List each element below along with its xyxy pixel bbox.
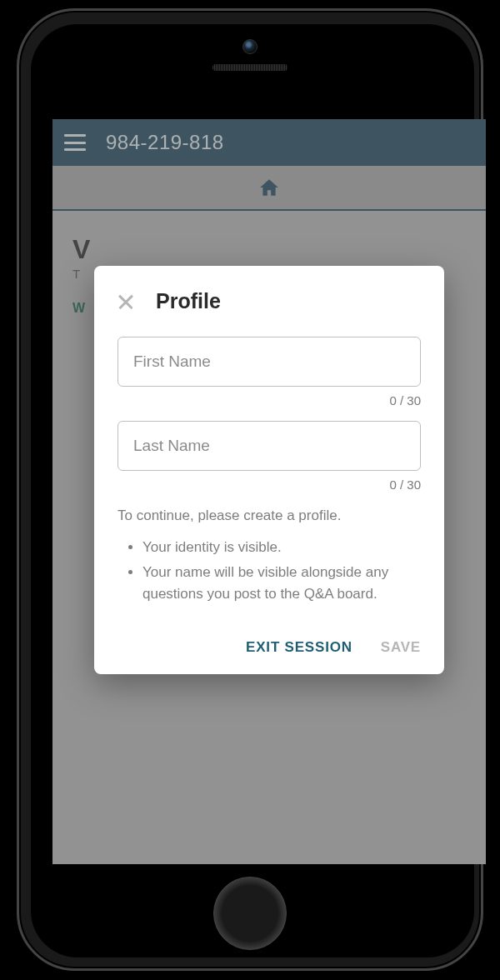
phone-frame: 984-219-818 V T W Profile 0 / 30 xyxy=(17,8,483,971)
last-name-counter: 0 / 30 xyxy=(118,478,421,492)
device-home-button[interactable] xyxy=(213,877,287,950)
save-button[interactable]: SAVE xyxy=(381,639,421,656)
device-speaker-grille xyxy=(212,64,288,71)
list-item: Your name will be visible alongside any … xyxy=(142,562,421,606)
first-name-counter: 0 / 30 xyxy=(118,393,421,408)
device-camera xyxy=(242,39,258,54)
exit-session-button[interactable]: EXIT SESSION xyxy=(246,639,352,656)
modal-header: Profile xyxy=(118,289,421,313)
first-name-input[interactable] xyxy=(118,337,421,387)
first-name-field-wrapper xyxy=(118,337,421,387)
profile-info-text: To continue, please create a profile. xyxy=(118,505,421,527)
modal-title: Profile xyxy=(156,289,221,313)
close-icon[interactable] xyxy=(118,293,134,310)
last-name-field-wrapper xyxy=(118,421,421,471)
last-name-input[interactable] xyxy=(118,421,421,471)
device-screen: 984-219-818 V T W Profile 0 / 30 xyxy=(52,119,486,864)
modal-actions: EXIT SESSION SAVE xyxy=(118,639,421,656)
profile-info-list: Your identity is visible. Your name will… xyxy=(118,537,421,606)
list-item: Your identity is visible. xyxy=(142,537,421,558)
profile-modal: Profile 0 / 30 0 / 30 To continue, pleas… xyxy=(94,266,444,674)
